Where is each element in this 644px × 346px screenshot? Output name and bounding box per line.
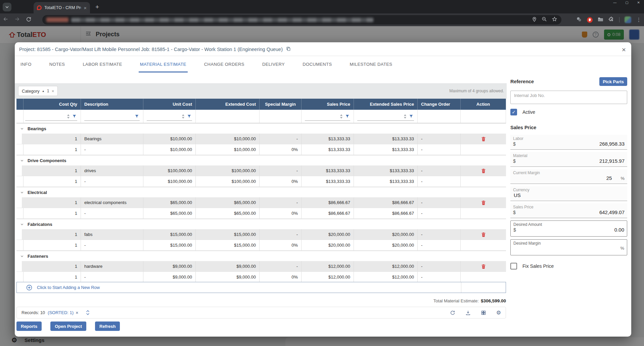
field-labor[interactable]: Labor $ 268,958.33 xyxy=(510,135,627,150)
table-row[interactable]: 1 drives $100,000.00 $100,000.00 - $133,… xyxy=(16,165,506,176)
field-currency[interactable]: Currency US xyxy=(510,186,627,201)
column-header-unit-cost[interactable]: Unit Cost xyxy=(143,99,196,110)
table-row[interactable]: 1 - $9,000.00 $9,000.00 0% $12,000.00 $1… xyxy=(16,272,506,283)
tab-info[interactable]: INFO xyxy=(19,58,33,72)
tab-close-icon[interactable]: × xyxy=(84,5,87,10)
delete-row-icon[interactable] xyxy=(481,168,486,174)
download-icon[interactable] xyxy=(465,310,471,315)
group-header-electrical[interactable]: Electrical xyxy=(16,187,506,197)
extension-generic-icon[interactable] xyxy=(576,16,582,23)
tab-notes[interactable]: NOTES xyxy=(48,58,66,72)
columns-grid-icon[interactable] xyxy=(481,310,486,315)
chevron-down-icon[interactable] xyxy=(20,222,24,227)
column-header-extended-cost[interactable]: Extended Cost xyxy=(196,99,260,110)
tab-change-orders[interactable]: CHANGE ORDERS xyxy=(203,58,246,72)
cell-sales-price: $20,000.00 xyxy=(302,229,354,240)
table-row[interactable]: 1 - $100,000.00 $100,000.00 0% $133,333.… xyxy=(16,176,506,187)
chevron-down-icon[interactable] xyxy=(20,190,24,195)
delete-row-icon[interactable] xyxy=(481,136,486,142)
filter-extended-sales-price[interactable] xyxy=(354,110,418,123)
table-row[interactable]: 1 - $15,000.00 $15,000.00 0% $20,000.00 … xyxy=(16,240,506,251)
table-row[interactable]: 1 electrical components $65,000.00 $65,0… xyxy=(16,197,506,208)
tab-material-estimate[interactable]: MATERIAL ESTIMATE xyxy=(139,58,188,72)
window-close-button[interactable]: ✕ xyxy=(637,1,640,4)
tab-documents[interactable]: DOCUMENTS xyxy=(301,58,333,72)
delete-row-icon[interactable] xyxy=(481,232,486,237)
sort-order-icon[interactable] xyxy=(86,310,90,315)
chevron-down-icon[interactable] xyxy=(20,158,24,163)
column-header-special-margin[interactable]: Special Margin xyxy=(260,99,302,110)
filter-cost-qty[interactable] xyxy=(22,110,81,123)
field-material[interactable]: Material $ 212,915.97 xyxy=(510,152,627,167)
field-current-margin[interactable]: Current Margin 25 % xyxy=(510,169,627,184)
field-desired-amount[interactable]: Desired Amount $ 0.00 xyxy=(510,220,627,237)
refresh-grid-icon[interactable] xyxy=(450,310,455,315)
fix-sales-price-checkbox[interactable] xyxy=(510,263,517,269)
sort-asc-icon[interactable]: ▲ xyxy=(42,90,45,93)
internal-job-no-input[interactable]: Internal Job No. xyxy=(510,91,627,104)
group-header-bearings[interactable]: Bearings xyxy=(16,123,506,134)
location-pin-icon[interactable] xyxy=(532,16,537,23)
table-row[interactable]: 1 hardware $9,000.00 $9,000.00 - $12,000… xyxy=(16,261,506,272)
filter-unit-cost[interactable] xyxy=(143,110,196,123)
reports-button[interactable]: Reports xyxy=(16,322,42,331)
open-project-button[interactable]: Open Project xyxy=(50,322,86,331)
reload-icon[interactable] xyxy=(23,16,34,23)
add-new-row[interactable]: Click to Start Adding a New Row xyxy=(16,282,506,293)
bookmark-star-icon[interactable] xyxy=(552,16,557,23)
column-header-sales-price[interactable]: Sales Price xyxy=(302,99,354,110)
chevron-down-icon[interactable] xyxy=(20,127,24,131)
forward-icon[interactable] xyxy=(11,16,23,23)
grid-settings-gear-icon[interactable]: ⚙ xyxy=(496,309,501,316)
modal-close-icon[interactable]: × xyxy=(622,46,626,54)
cell-unit-cost: $65,000.00 xyxy=(143,197,196,208)
column-header-description[interactable]: Description xyxy=(81,99,143,110)
table-row[interactable]: 1 Bearings $10,000.00 $10,000.00 - $13,3… xyxy=(16,134,506,144)
browser-menu-icon[interactable]: ⋮ xyxy=(636,17,641,23)
refresh-button[interactable]: Refresh xyxy=(95,322,120,331)
google-folder-icon[interactable] xyxy=(598,17,603,23)
group-header-fabricatons[interactable]: Fabricatons xyxy=(16,219,506,229)
tab-milestone-dates[interactable]: MILESTONE DATES xyxy=(349,58,394,72)
column-header-change-order[interactable]: Change Order xyxy=(418,99,461,110)
cell-sales-price: $20,000.00 xyxy=(302,240,354,250)
table-row[interactable]: 1 - $65,000.00 $65,000.00 0% $86,666.67 … xyxy=(16,208,506,219)
tab-labor-estimate[interactable]: LABOR ESTIMATE xyxy=(81,58,123,72)
window-maximize-button[interactable]: ▢ xyxy=(625,1,628,4)
remove-group-icon[interactable]: × xyxy=(52,89,54,94)
window-minimize-button[interactable]: — xyxy=(613,1,616,4)
profile-avatar[interactable] xyxy=(625,16,631,23)
cell-special-margin: 0% xyxy=(260,208,302,218)
cell-extended-sales-price: $13,333.33 xyxy=(354,134,418,144)
address-bar[interactable] xyxy=(42,15,561,24)
zoom-icon[interactable] xyxy=(542,16,547,23)
project-title-link[interactable]: Project: 81585 - Cargo-Vator/Mast Lift M… xyxy=(19,47,283,52)
clear-sort-icon[interactable]: × xyxy=(76,310,78,315)
delete-row-icon[interactable] xyxy=(481,200,486,205)
field-desired-margin[interactable]: Desired Margin % xyxy=(510,239,627,255)
delete-row-icon[interactable] xyxy=(481,264,486,269)
column-header-cost-qty[interactable]: Cost Qty xyxy=(22,99,81,110)
browser-tab[interactable]: TotalETO - CRM Projects × xyxy=(34,2,90,13)
filter-description[interactable] xyxy=(81,110,143,123)
active-label: Active xyxy=(522,109,535,115)
copy-icon[interactable] xyxy=(286,46,291,52)
cell-special-margin: 0% xyxy=(260,272,302,282)
field-sales-price[interactable]: Sales Price $ 642,499.07 xyxy=(510,203,627,218)
tab-delivery[interactable]: DELIVERY xyxy=(261,58,286,72)
tab-search-chevron-icon[interactable] xyxy=(3,3,11,11)
back-icon[interactable] xyxy=(0,16,11,23)
group-header-fasteners[interactable]: Fasteners xyxy=(16,251,506,261)
table-row[interactable]: 1 fabs $15,000.00 $15,000.00 - $20,000.0… xyxy=(16,229,506,240)
group-chip-category[interactable]: Category ▲ 1 × xyxy=(18,86,58,96)
pick-parts-button[interactable]: Pick Parts xyxy=(599,77,627,86)
extensions-puzzle-icon[interactable] xyxy=(608,16,614,23)
group-header-drive-components[interactable]: Drive Components xyxy=(16,155,506,165)
column-header-extended-sales-price[interactable]: Extended Sales Price xyxy=(354,99,418,110)
table-row[interactable]: 1 - $10,000.00 $10,000.00 0% $13,333.33 … xyxy=(16,144,506,155)
chevron-down-icon[interactable] xyxy=(20,254,24,258)
filter-sales-price[interactable] xyxy=(302,110,354,123)
active-checkbox[interactable]: ✓ xyxy=(510,109,517,115)
new-tab-button[interactable]: + xyxy=(95,3,99,11)
adblock-hand-icon[interactable] xyxy=(587,17,593,23)
